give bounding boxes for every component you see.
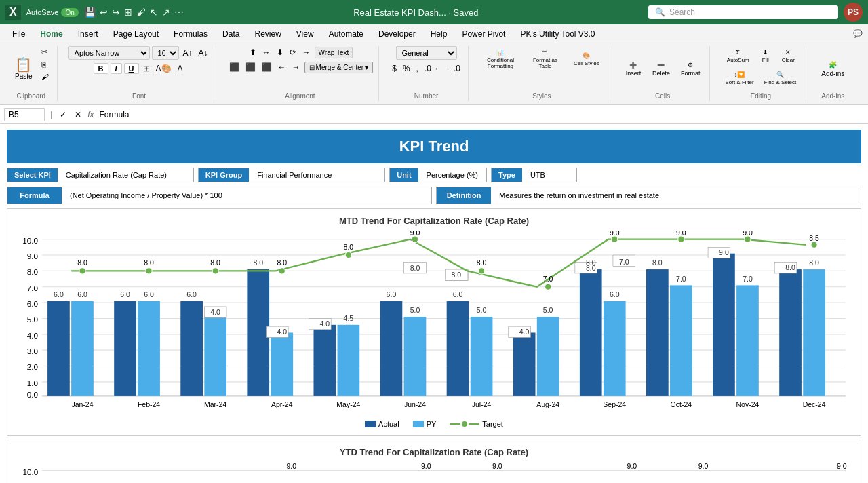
cut-button[interactable]: ✂ [39,46,52,58]
unit-value[interactable]: Percentage (%) [418,168,486,182]
copy-button[interactable]: ⎘ [39,59,52,70]
format-table-btn[interactable]: 🗃 Format as Table [524,46,566,72]
svg-point-79 [412,236,418,242]
format-painter-button[interactable]: 🖌 [39,71,52,82]
conditional-format-btn[interactable]: 📊 Conditional Formatting [479,46,521,72]
comma-btn[interactable]: , [414,62,420,75]
menu-automate[interactable]: Automate [322,26,370,41]
wrap-text-btn[interactable]: Wrap Text [315,47,353,58]
svg-text:8.0: 8.0 [344,243,354,251]
svg-text:6.0: 6.0 [387,290,397,298]
menu-home[interactable]: Home [33,26,69,41]
align-bottom-btn[interactable]: ⬇ [275,46,285,58]
currency-btn[interactable]: $ [390,62,399,75]
menu-formulas[interactable]: Formulas [167,26,214,41]
kpi-header: KPI Trend [7,130,861,163]
table-icon[interactable]: ⊞ [124,7,132,18]
number-format-select[interactable]: General [396,46,457,60]
bar-py-feb [138,301,160,396]
legend-target-label: Target [482,420,503,428]
increase-decimal-btn[interactable]: .0→ [422,62,441,75]
align-middle-btn[interactable]: ↔ [260,46,273,58]
select-kpi-group: Select KPI Capitalization Rate (Cap Rate… [7,168,194,182]
text-direction-btn[interactable]: ⟳ [288,46,298,58]
align-top-btn[interactable]: ⬆ [248,46,258,58]
autosave-toggle[interactable]: On [61,8,78,17]
font-name-select[interactable]: Aptos Narrow [68,46,150,60]
formula-input[interactable]: Formula [98,109,864,121]
menu-pagelayout[interactable]: Page Layout [106,26,165,41]
font-label: Font [132,92,146,100]
settings-icon[interactable]: ⋯ [174,7,184,18]
fill-btn[interactable]: ⬇ Fill [755,46,776,66]
bar-actual-mar [180,301,203,396]
decrease-font-btn[interactable]: A↓ [197,47,210,59]
menu-insert[interactable]: Insert [71,26,105,41]
paste-icon: 📋 [15,58,32,71]
menu-developer[interactable]: Developer [372,26,422,41]
conditional-icon: 📊 [496,49,504,56]
svg-text:8.5: 8.5 [809,234,819,242]
bold-button[interactable]: B [94,63,108,74]
cursor-icon[interactable]: ↖ [150,7,158,18]
save-icon[interactable]: 💾 [84,7,96,18]
percent-btn[interactable]: % [401,62,412,75]
find-select-btn[interactable]: 🔍 Find & Select [760,69,801,88]
cancel-formula-btn[interactable]: ✕ [73,109,83,121]
increase-font-btn[interactable]: A↑ [181,47,195,59]
addins-btn[interactable]: 🧩 Add-ins [817,58,848,80]
redo-icon[interactable]: ↪ [112,7,120,18]
ytd-chart-svg: 10.0 9.0 9.0 9.0 9.0 9.0 9.0 [14,463,854,483]
fill-color-btn[interactable]: A🎨 [154,62,174,75]
indent-increase-btn[interactable]: → [300,46,313,58]
paste-button[interactable]: 📋 Paste [11,55,37,83]
clear-icon: ✕ [785,49,791,56]
decrease-decimal-btn[interactable]: ←.0 [443,62,462,75]
merge-center-btn[interactable]: ⊟ Merge & Center ▾ [304,62,374,73]
user-avatar[interactable]: PS [844,3,863,22]
insert-btn[interactable]: ➕ Insert [621,59,646,79]
font-color-btn[interactable]: A [176,62,185,75]
align-right-btn[interactable]: ⬛ [260,61,274,73]
undo-icon[interactable]: ↩ [100,7,108,18]
paint-icon[interactable]: 🖌 [136,7,146,18]
legend-target: Target [450,420,503,428]
bar-py-aug [537,317,559,396]
check-formula-btn[interactable]: ✓ [58,109,68,121]
menu-view[interactable]: View [290,26,321,41]
menu-data[interactable]: Data [216,26,246,41]
kpi-group-value[interactable]: Financial Performance [249,168,384,182]
align-left-btn[interactable]: ⬛ [227,61,241,73]
underline-button[interactable]: U [124,63,139,74]
autosum-btn[interactable]: Σ AutoSum [723,46,753,66]
delete-btn[interactable]: ➖ Delete [648,59,674,79]
menu-help[interactable]: Help [424,26,454,41]
formula-text: (Net Operating Income / Property Value) … [62,187,231,204]
svg-text:Mar-24: Mar-24 [204,400,226,408]
font-size-select[interactable]: 10 [152,46,179,60]
comment-icon[interactable]: 💬 [853,29,863,38]
svg-text:4.0: 4.0 [210,308,220,316]
align-center-btn[interactable]: ⬛ [243,61,258,73]
search-box[interactable]: 🔍 Search [648,5,838,19]
sort-filter-btn[interactable]: ↕🔽 Sort & Filter [721,69,757,88]
cell-reference[interactable] [4,108,45,121]
format-btn[interactable]: ⚙ Format [677,59,705,79]
svg-text:7.0: 7.0 [619,258,629,266]
clipboard-label: Clipboard [16,92,45,100]
clear-btn[interactable]: ✕ Clear [778,46,799,66]
select-kpi-value[interactable]: Capitalization Rate (Cap Rate) [58,168,193,182]
cell-styles-btn[interactable]: 🎨 Cell Styles [569,50,604,69]
menu-file[interactable]: File [5,26,32,41]
menu-review[interactable]: Review [248,26,288,41]
menu-pkutility[interactable]: PK's Utility Tool V3.0 [513,26,601,41]
indent-btn[interactable]: → [290,61,302,73]
indent-decrease-btn[interactable]: ← [276,61,288,73]
menu-powerpivot[interactable]: Power Pivot [455,26,512,41]
share-icon[interactable]: ↗ [162,7,170,18]
bar-actual-dec [779,269,802,396]
italic-button[interactable]: I [111,63,122,74]
svg-text:6.0: 6.0 [77,290,87,298]
type-value[interactable]: UTB [522,168,576,182]
border-btn[interactable]: ⊞ [141,62,152,75]
